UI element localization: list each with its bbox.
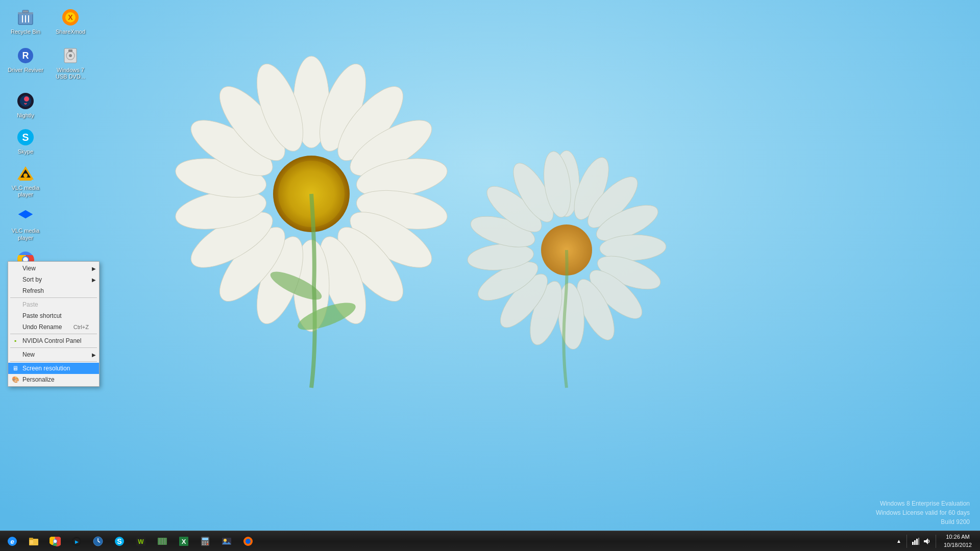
svg-text:▶: ▶ — [75, 539, 79, 544]
taskbar-media-center[interactable]: ▶ — [66, 532, 87, 551]
taskbar-ie[interactable]: e — [2, 532, 22, 551]
taskbar-skype[interactable]: S — [109, 532, 130, 551]
taskbar-file-explorer[interactable] — [23, 532, 44, 551]
tray-time-display: 10:26 AM — [946, 533, 969, 541]
menu-separator-3 — [10, 347, 97, 348]
personalize-icon: 🎨 — [11, 375, 19, 384]
svg-rect-99 — [205, 543, 206, 545]
menu-item-view[interactable]: View ▶ — [8, 263, 99, 274]
menu-item-sort-by[interactable]: Sort by ▶ — [8, 274, 99, 285]
win7-usb-icon — [60, 45, 81, 66]
menu-separator-2 — [10, 334, 97, 334]
menu-item-view-label: View — [22, 265, 36, 272]
svg-point-79 — [54, 540, 57, 543]
menu-item-personalize[interactable]: 🎨 Personalize — [8, 374, 99, 385]
menu-item-paste-shortcut[interactable]: Paste shortcut — [8, 310, 99, 321]
tray-network-icon[interactable] — [911, 532, 921, 551]
menu-item-undo-rename[interactable]: Undo Rename Ctrl+Z — [8, 321, 99, 333]
tray-overflow-button[interactable]: ▲ — [895, 538, 903, 544]
svg-rect-98 — [202, 543, 204, 545]
svg-rect-63 — [19, 179, 32, 181]
svg-rect-100 — [207, 543, 208, 545]
windows-watermark: Windows 8 Enterprise Evaluation Windows … — [876, 499, 970, 527]
desktop-background — [0, 0, 980, 551]
menu-item-paste-shortcut-label: Paste shortcut — [22, 312, 62, 319]
svg-rect-96 — [205, 541, 206, 543]
menu-item-undo-rename-label: Undo Rename — [22, 323, 62, 331]
menu-item-refresh[interactable]: Refresh — [8, 285, 99, 296]
sort-submenu-arrow: ▶ — [92, 277, 96, 283]
vlc-icon — [15, 163, 36, 184]
desktop-icon-driver-reviver[interactable]: R Driver Reviver — [5, 43, 46, 82]
svg-rect-109 — [918, 538, 919, 545]
recycle-bin-icon — [15, 7, 36, 28]
win7-usb-label: Windows 7 USB DVD... — [56, 67, 85, 80]
menu-item-nvidia[interactable]: ▪ NVIDIA Control Panel — [8, 335, 99, 346]
taskbar-calculator[interactable] — [195, 532, 215, 551]
svg-rect-94 — [202, 538, 208, 540]
svg-rect-108 — [916, 539, 918, 545]
menu-item-paste[interactable]: Paste — [8, 299, 99, 310]
desktop-icon-nightly[interactable]: Nightly — [5, 89, 46, 121]
menu-separator-4 — [10, 361, 97, 362]
taskbar-maps[interactable] — [152, 532, 173, 551]
taskbar-firefox[interactable] — [238, 532, 258, 551]
skype-label: Skype — [18, 148, 34, 155]
svg-text:W: W — [138, 538, 144, 545]
desktop-icon-skype[interactable]: S Skype — [5, 125, 46, 157]
menu-item-sort-by-label: Sort by — [22, 276, 42, 283]
new-submenu-arrow: ▶ — [92, 352, 96, 358]
recycle-bin-label: Recycle Bin — [11, 29, 40, 35]
nightly-label: Nightly — [17, 112, 34, 119]
svg-rect-107 — [914, 540, 916, 545]
dropbox-icon — [15, 206, 36, 227]
taskbar-clock-widget[interactable] — [88, 532, 108, 551]
view-submenu-arrow: ▶ — [92, 266, 96, 271]
menu-item-screen-resolution[interactable]: 🖥 Screen resolution — [8, 363, 99, 374]
tray-separator-1 — [906, 535, 907, 548]
tray-date-display: 10/18/2012 — [944, 541, 972, 549]
sharexmod-icon: X — [60, 7, 81, 28]
sharexmod-label: ShareXmod — [56, 29, 85, 35]
taskbar-chrome[interactable] — [45, 532, 65, 551]
tray-clock[interactable]: 10:26 AM 10/18/2012 — [940, 533, 976, 549]
svg-text:S: S — [22, 132, 29, 143]
svg-point-64 — [23, 173, 28, 178]
skype-icon: S — [15, 127, 36, 147]
tray-separator-2 — [936, 535, 936, 548]
desktop-icon-vlc[interactable]: VLC media player — [5, 161, 46, 200]
taskbar-pinned-icons: e ▶ S W X — [0, 532, 891, 551]
svg-rect-95 — [202, 541, 204, 543]
tray-icons — [911, 532, 932, 551]
svg-text:e: e — [10, 538, 14, 545]
desktop-icon-recycle-bin[interactable]: Recycle Bin — [5, 5, 46, 37]
menu-item-nvidia-label: NVIDIA Control Panel — [22, 337, 81, 344]
svg-rect-106 — [912, 542, 914, 545]
desktop-icon-sharexmod[interactable]: X ShareXmod — [50, 5, 91, 37]
desktop-icons-container: Recycle Bin X ShareXmod R Driver Reviver — [5, 5, 91, 273]
svg-rect-75 — [30, 540, 33, 544]
watermark-line3: Build 9200 — [876, 517, 970, 527]
taskbar-excel[interactable]: X — [174, 532, 194, 551]
svg-rect-97 — [207, 541, 208, 543]
menu-item-new[interactable]: New ▶ — [8, 349, 99, 360]
svg-text:S: S — [117, 537, 121, 545]
driver-reviver-label: Driver Reviver — [8, 67, 43, 73]
svg-text:X: X — [182, 538, 186, 545]
desktop-icon-dropbox[interactable]: VLC media player — [5, 204, 46, 243]
watermark-line2: Windows License valid for 60 days — [876, 508, 970, 517]
taskbar-photo-gallery[interactable] — [216, 532, 237, 551]
driver-reviver-icon: R — [15, 45, 36, 66]
svg-text:X: X — [68, 13, 73, 21]
svg-rect-43 — [22, 10, 29, 13]
screen-resolution-icon: 🖥 — [11, 364, 19, 372]
svg-point-102 — [224, 539, 227, 542]
svg-marker-66 — [18, 210, 33, 218]
taskbar-winamp[interactable]: W — [131, 532, 151, 551]
svg-point-58 — [24, 96, 29, 102]
desktop-icon-win7-usb[interactable]: Windows 7 USB DVD... — [50, 43, 91, 82]
svg-point-54 — [69, 54, 72, 57]
tray-speaker-icon[interactable] — [922, 532, 932, 551]
menu-separator-1 — [10, 297, 97, 298]
svg-point-105 — [247, 540, 250, 543]
